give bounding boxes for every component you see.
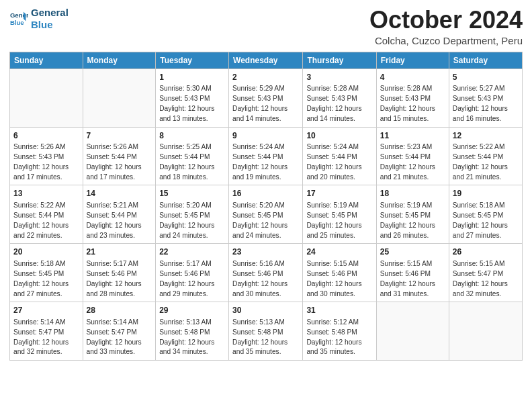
title-area: October 2024 Colcha, Cuzco Department, P…: [369, 7, 523, 46]
month-title: October 2024: [369, 7, 523, 34]
day-info: Sunrise: 5:25 AM Sunset: 5:44 PM Dayligh…: [159, 142, 225, 182]
weekday-header-tuesday: Tuesday: [156, 52, 229, 68]
weekday-header-row: SundayMondayTuesdayWednesdayThursdayFrid…: [10, 52, 523, 68]
day-info: Sunrise: 5:22 AM Sunset: 5:44 PM Dayligh…: [453, 142, 519, 182]
calendar-cell: 15Sunrise: 5:20 AM Sunset: 5:45 PM Dayli…: [156, 185, 229, 244]
day-info: Sunrise: 5:18 AM Sunset: 5:45 PM Dayligh…: [13, 259, 79, 299]
calendar-cell: 29Sunrise: 5:13 AM Sunset: 5:48 PM Dayli…: [156, 302, 229, 361]
svg-text:Blue: Blue: [10, 19, 24, 26]
calendar-cell: 30Sunrise: 5:13 AM Sunset: 5:48 PM Dayli…: [229, 302, 303, 361]
day-info: Sunrise: 5:24 AM Sunset: 5:44 PM Dayligh…: [306, 142, 372, 182]
day-info: Sunrise: 5:12 AM Sunset: 5:48 PM Dayligh…: [306, 318, 372, 357]
day-number: 10: [306, 130, 372, 142]
weekday-header-thursday: Thursday: [303, 52, 376, 68]
day-info: Sunrise: 5:27 AM Sunset: 5:43 PM Dayligh…: [453, 84, 519, 124]
calendar-week-row: 6Sunrise: 5:26 AM Sunset: 5:43 PM Daylig…: [10, 127, 523, 185]
day-number: 22: [159, 246, 225, 258]
calendar-cell: 11Sunrise: 5:23 AM Sunset: 5:44 PM Dayli…: [376, 127, 449, 185]
calendar-cell: 9Sunrise: 5:24 AM Sunset: 5:44 PM Daylig…: [229, 127, 303, 185]
day-info: Sunrise: 5:28 AM Sunset: 5:43 PM Dayligh…: [306, 84, 372, 124]
day-number: 24: [306, 246, 372, 258]
day-info: Sunrise: 5:23 AM Sunset: 5:44 PM Dayligh…: [380, 142, 445, 182]
day-number: 5: [453, 72, 519, 83]
day-info: Sunrise: 5:16 AM Sunset: 5:46 PM Dayligh…: [232, 259, 299, 299]
calendar-cell: 31Sunrise: 5:12 AM Sunset: 5:48 PM Dayli…: [303, 302, 376, 361]
logo-blue: Blue: [31, 19, 69, 31]
day-number: 29: [159, 305, 225, 316]
day-number: 26: [453, 246, 519, 258]
day-info: Sunrise: 5:14 AM Sunset: 5:47 PM Dayligh…: [87, 318, 152, 357]
day-info: Sunrise: 5:20 AM Sunset: 5:45 PM Dayligh…: [159, 201, 225, 240]
day-number: 27: [13, 305, 79, 316]
calendar-cell: 26Sunrise: 5:15 AM Sunset: 5:47 PM Dayli…: [449, 244, 522, 302]
calendar-week-row: 13Sunrise: 5:22 AM Sunset: 5:44 PM Dayli…: [10, 185, 523, 244]
day-number: 2: [232, 72, 299, 83]
calendar-cell: [83, 68, 156, 127]
calendar-cell: 1Sunrise: 5:30 AM Sunset: 5:43 PM Daylig…: [156, 68, 229, 127]
calendar-cell: [376, 302, 449, 361]
day-info: Sunrise: 5:15 AM Sunset: 5:46 PM Dayligh…: [306, 259, 372, 299]
calendar-cell: 22Sunrise: 5:17 AM Sunset: 5:46 PM Dayli…: [156, 244, 229, 302]
day-info: Sunrise: 5:13 AM Sunset: 5:48 PM Dayligh…: [232, 318, 299, 357]
calendar-cell: 14Sunrise: 5:21 AM Sunset: 5:44 PM Dayli…: [83, 185, 156, 244]
calendar-cell: 20Sunrise: 5:18 AM Sunset: 5:45 PM Dayli…: [10, 244, 83, 302]
logo-area: General Blue General Blue: [9, 7, 69, 31]
day-number: 19: [453, 188, 519, 199]
day-number: 12: [453, 130, 519, 142]
calendar-cell: 24Sunrise: 5:15 AM Sunset: 5:46 PM Dayli…: [303, 244, 376, 302]
day-number: 15: [159, 188, 225, 199]
day-number: 9: [232, 130, 299, 142]
weekday-header-sunday: Sunday: [10, 52, 83, 68]
calendar-cell: 18Sunrise: 5:19 AM Sunset: 5:45 PM Dayli…: [376, 185, 449, 244]
day-info: Sunrise: 5:19 AM Sunset: 5:45 PM Dayligh…: [380, 201, 445, 240]
calendar-cell: 4Sunrise: 5:28 AM Sunset: 5:43 PM Daylig…: [376, 68, 449, 127]
day-info: Sunrise: 5:22 AM Sunset: 5:44 PM Dayligh…: [13, 201, 79, 240]
day-info: Sunrise: 5:26 AM Sunset: 5:44 PM Dayligh…: [87, 142, 152, 182]
calendar-cell: 13Sunrise: 5:22 AM Sunset: 5:44 PM Dayli…: [10, 185, 83, 244]
day-info: Sunrise: 5:24 AM Sunset: 5:44 PM Dayligh…: [232, 142, 299, 182]
calendar-cell: 5Sunrise: 5:27 AM Sunset: 5:43 PM Daylig…: [449, 68, 522, 127]
day-number: 21: [87, 246, 152, 258]
day-number: 23: [232, 246, 299, 258]
day-info: Sunrise: 5:15 AM Sunset: 5:47 PM Dayligh…: [453, 259, 519, 299]
day-info: Sunrise: 5:14 AM Sunset: 5:47 PM Dayligh…: [13, 318, 79, 357]
calendar-cell: 23Sunrise: 5:16 AM Sunset: 5:46 PM Dayli…: [229, 244, 303, 302]
calendar-table: SundayMondayTuesdayWednesdayThursdayFrid…: [9, 52, 523, 361]
logo-general: General: [31, 7, 69, 19]
day-number: 25: [380, 246, 445, 258]
calendar-cell: [449, 302, 522, 361]
day-number: 6: [13, 130, 79, 142]
day-info: Sunrise: 5:26 AM Sunset: 5:43 PM Dayligh…: [13, 142, 79, 182]
day-info: Sunrise: 5:21 AM Sunset: 5:44 PM Dayligh…: [87, 201, 152, 240]
day-number: 3: [306, 72, 372, 83]
day-number: 14: [87, 188, 152, 199]
day-info: Sunrise: 5:18 AM Sunset: 5:45 PM Dayligh…: [453, 201, 519, 240]
calendar-cell: 7Sunrise: 5:26 AM Sunset: 5:44 PM Daylig…: [83, 127, 156, 185]
location-title: Colcha, Cuzco Department, Peru: [369, 35, 523, 46]
day-number: 13: [13, 188, 79, 199]
day-number: 18: [380, 188, 445, 199]
day-number: 11: [380, 130, 445, 142]
calendar-cell: 12Sunrise: 5:22 AM Sunset: 5:44 PM Dayli…: [449, 127, 522, 185]
day-number: 28: [87, 305, 152, 316]
weekday-header-wednesday: Wednesday: [229, 52, 303, 68]
calendar-cell: [10, 68, 83, 127]
header: General Blue General Blue October 2024 C…: [9, 7, 523, 46]
day-number: 20: [13, 246, 79, 258]
day-number: 17: [306, 188, 372, 199]
page: General Blue General Blue October 2024 C…: [0, 0, 532, 411]
day-info: Sunrise: 5:30 AM Sunset: 5:43 PM Dayligh…: [159, 84, 225, 124]
calendar-cell: 8Sunrise: 5:25 AM Sunset: 5:44 PM Daylig…: [156, 127, 229, 185]
calendar-cell: 10Sunrise: 5:24 AM Sunset: 5:44 PM Dayli…: [303, 127, 376, 185]
day-info: Sunrise: 5:15 AM Sunset: 5:46 PM Dayligh…: [380, 259, 445, 299]
day-info: Sunrise: 5:29 AM Sunset: 5:43 PM Dayligh…: [232, 84, 299, 124]
day-info: Sunrise: 5:17 AM Sunset: 5:46 PM Dayligh…: [87, 259, 152, 299]
calendar-cell: 21Sunrise: 5:17 AM Sunset: 5:46 PM Dayli…: [83, 244, 156, 302]
calendar-week-row: 27Sunrise: 5:14 AM Sunset: 5:47 PM Dayli…: [10, 302, 523, 361]
calendar-cell: 16Sunrise: 5:20 AM Sunset: 5:45 PM Dayli…: [229, 185, 303, 244]
weekday-header-saturday: Saturday: [449, 52, 522, 68]
calendar-header: SundayMondayTuesdayWednesdayThursdayFrid…: [10, 52, 523, 68]
calendar-cell: 28Sunrise: 5:14 AM Sunset: 5:47 PM Dayli…: [83, 302, 156, 361]
weekday-header-friday: Friday: [376, 52, 449, 68]
day-info: Sunrise: 5:19 AM Sunset: 5:45 PM Dayligh…: [306, 201, 372, 240]
